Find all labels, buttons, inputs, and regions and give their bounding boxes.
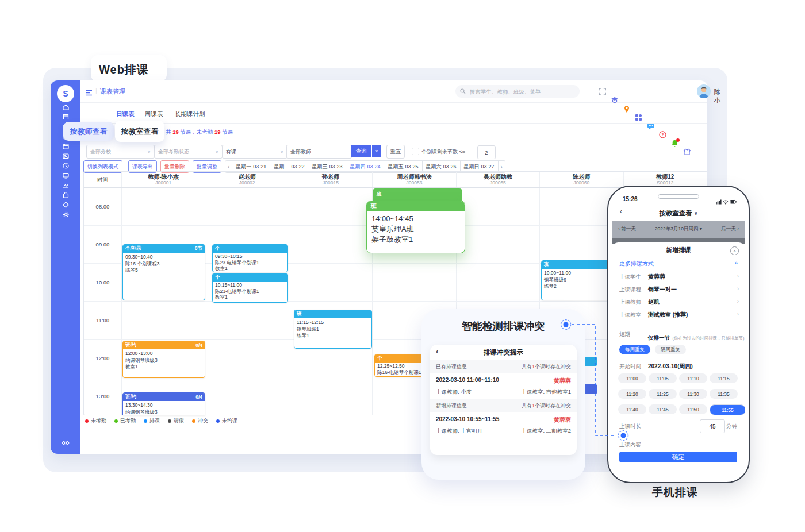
time-slot[interactable]: 11:30 [679,389,707,399]
tab-week-schedule[interactable]: 周课表 [145,110,163,118]
time-slot[interactable]: 11:00 [618,373,646,383]
media-icon[interactable] [62,152,70,160]
close-icon[interactable]: × [730,246,739,255]
query-button[interactable]: 查询 [351,145,371,157]
analytics-icon[interactable] [62,182,70,189]
membership-icon[interactable] [62,201,70,209]
notification-icon[interactable] [670,139,679,148]
legend-dot [168,419,171,423]
clock-icon[interactable] [62,162,70,169]
schedule-cell[interactable]: 个/补录0节 09:30~10:40陈16-个别课程3练琴5 [122,244,205,300]
back-icon[interactable]: ‹ [436,347,438,356]
calendar-icon[interactable] [62,142,70,150]
time-slot[interactable]: 11:05 [649,373,677,383]
time-label: 08:00 [84,203,121,210]
tab-longterm-plan[interactable]: 长期课计划 [175,110,205,118]
time-slot[interactable]: 11:35 [710,389,738,399]
attendance-select[interactable]: 全部考勤状态 [154,145,223,159]
legend-dot [216,419,220,423]
duration-input[interactable] [700,419,725,433]
confirm-button[interactable]: 确定 [619,452,737,462]
breadcrumb: 课表管理 [100,87,125,96]
conflict-section-header: 新增排课信息 共有1个课时存在冲突 [430,399,577,412]
schedule-popup-card[interactable]: 班 14:00~14:45 英皇乐理A班 架子鼓教室1 [366,201,465,253]
search-icon [460,86,466,97]
teacher-select[interactable]: 全部教师 [286,145,352,159]
field-room[interactable]: 上课教室测试教室 (推荐)› [612,309,745,322]
time-slot[interactable]: 11:15 [710,373,738,383]
bag-icon[interactable] [62,191,70,199]
eye-icon[interactable] [62,438,70,448]
fullscreen-icon[interactable] [598,87,607,96]
conflict-row: 2022-03-10 10:55~11:55黄蓉蓉 上课教师: 上官明月上课教室… [430,412,577,438]
time-slot[interactable]: 11:10 [679,373,707,383]
notification-badge [676,138,680,142]
settings-icon[interactable] [62,211,70,218]
remaining-label: 个别课剩余节数 <= [421,148,465,156]
date-picker[interactable]: 2022年3月10日周四 ▾ [655,226,702,233]
chevron-right-icon: › [737,286,739,292]
avatar[interactable] [697,84,711,98]
time-slot[interactable]: 11:40 [618,404,646,414]
conflict-callout-title: 智能检测排课冲突 [446,319,561,333]
hasclass-select[interactable]: 有课 [222,145,288,159]
schedule-cell[interactable]: 班 11:15~12:15钢琴班级1练琴1 [294,310,372,349]
schedule-cell[interactable]: 班/约0/4 12:00~13:00约课钢琴班级3教室1 [122,341,205,378]
remaining-input[interactable] [477,145,496,159]
repeat-weekly-pill[interactable]: 每周重复 [619,345,650,354]
duration-row: 上课时长 分钟 [612,421,745,433]
time-slot[interactable]: 11:25 [649,389,677,399]
search-input[interactable] [469,88,563,95]
schedule-cell-class-tab[interactable]: 班 [373,188,462,201]
user-name[interactable]: 陈小一 [714,88,720,114]
conflict-student: 黄蓉蓉 [554,377,571,385]
remaining-checkbox[interactable] [412,148,419,155]
reset-button[interactable]: 重置 [386,145,405,159]
view-by-room-toggle[interactable]: 按教室查看 [115,121,164,142]
conflict-student: 黄蓉蓉 [554,416,571,424]
conflict-room: 上课教室: 二胡教室2 [521,427,571,435]
tab-bar: 日课表 周课表 长期课计划 [80,102,707,124]
schedule-cell[interactable]: 个 09:30~10:15陈23-电钢琴个别课1教室1 [212,244,288,272]
query-dropdown-button[interactable] [372,145,381,157]
field-course[interactable]: 上课课程钢琴一对一› [612,284,745,296]
more-schedule-link[interactable]: 更多排课方式 [619,260,654,268]
time-slot[interactable]: 11:45 [649,404,677,414]
content-row[interactable]: 上课内容 [612,439,745,452]
legend-item: 已考勤 [114,417,136,425]
view-by-teacher-toggle[interactable]: 按教师查看 [63,122,114,141]
double-chevron-icon[interactable]: » [734,260,738,266]
time-slot-selected[interactable]: 11:55 [710,404,745,415]
school-select[interactable]: 全部分校 [86,145,155,159]
phone-notch [658,194,699,199]
conflict-teacher: 上课教师: 上官明月 [436,427,482,435]
time-slot[interactable]: 11:20 [618,389,646,399]
legend-dot [192,419,195,423]
home-icon[interactable] [62,103,70,111]
short-term-row: 短期 仅排一节 (你在为过去的时间排课，只能排单节) [612,329,745,341]
menu-icon[interactable] [85,88,93,98]
legend-item: 请假 [168,417,184,425]
next-day-button[interactable]: 后一天 › [721,226,739,233]
chevron-right-icon: › [737,298,739,304]
add-schedule-sheet: 新增排课 × 更多排课方式 » 上课学生黄蓉蓉› 上课课程钢琴一对一› 上课教师… [612,242,745,478]
chevron-right-icon: › [737,311,739,317]
popup-time: 14:00~14:45 [371,214,460,224]
schedule-cell[interactable]: 个 10:15~11:00陈23-电钢琴个别课1教室1 [212,273,288,303]
time-slot[interactable]: 11:50 [679,404,707,414]
schedule-cell[interactable]: 班/约0/4 13:30~14:30约课钢琴班级3 [122,392,205,415]
theme-icon[interactable] [683,148,691,156]
field-student[interactable]: 上课学生黄蓉蓉› [612,271,745,284]
chevron-right-icon: › [737,273,739,279]
monitor-icon[interactable] [62,172,70,179]
prev-day-button[interactable]: ‹ 前一天 [618,226,636,233]
field-teacher[interactable]: 上课教师赵凯› [612,296,745,309]
time-label: 09:00 [84,241,121,248]
repeat-biweekly-pill[interactable]: 隔周重复 [655,345,686,354]
legend-dot [85,419,89,423]
phone-nav-title[interactable]: 按教室查看∨ [612,206,745,221]
app-logo[interactable]: S [57,85,74,102]
tab-day-schedule[interactable]: 日课表 [116,110,135,118]
courses-icon[interactable] [62,113,70,121]
help-icon[interactable]: ? [658,130,667,139]
